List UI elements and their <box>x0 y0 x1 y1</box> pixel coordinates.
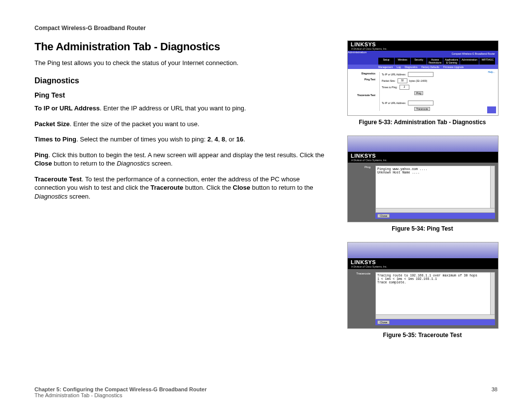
scrollbar-v[interactable] <box>490 166 495 212</box>
linksys-division2: A Division of Cisco Systems, Inc. <box>351 159 387 162</box>
model-label: WRT54GC <box>480 58 495 62</box>
text-ping3: screen. <box>150 160 172 167</box>
para-ip: To IP or URL Address. Enter the IP addre… <box>34 104 332 113</box>
caption-2: Figure 5-34: Ping Test <box>347 225 498 232</box>
linksys-logo: LINKSYS <box>351 41 387 47</box>
content-row: The Administration Tab - Diagnostics The… <box>34 40 498 348</box>
diagnostics-heading: Diagnostics <box>34 76 332 85</box>
side-labels: Diagnostics Ping Test Traceroute Test <box>349 72 375 103</box>
diag-italic2: Diagnostics <box>34 193 67 200</box>
footer-chapter: Chapter 5: Configuring the Compact Wirel… <box>34 386 206 392</box>
intro-text: The Ping test allows you to check the st… <box>34 59 332 67</box>
subtab-log[interactable]: Log <box>397 66 400 68</box>
doc-header: Compact Wireless-G Broadband Router <box>34 25 498 32</box>
grad-bar2 <box>348 242 498 258</box>
val-8: 8 <box>222 136 225 143</box>
val-4: 4 <box>214 136 218 143</box>
side-diag: Diagnostics <box>349 72 375 75</box>
tab-apps[interactable]: Applications & Gaming <box>443 58 460 65</box>
tab-setup[interactable]: Setup <box>378 58 394 65</box>
text-ping1: . Click this button to begin the test. A… <box>48 151 324 159</box>
trace-result: Tracing route to 192.168.1.1 over maximu… <box>375 272 495 319</box>
trace-line1: Tracing route to 192.168.1.1 over maximu… <box>377 274 493 277</box>
subtab-mgmt[interactable]: Management <box>378 66 393 68</box>
ip2-label: To IP or URL Address: <box>382 102 406 104</box>
ping-result: Pinging www.yahoo.com .... Unknown Host … <box>375 166 495 213</box>
diag-italic: Diagnostics <box>117 160 150 167</box>
para-packet: Packet Size. Enter the size of the packe… <box>34 120 332 129</box>
label-ip: To IP or URL Address <box>34 104 100 112</box>
grad-bar <box>348 136 498 152</box>
left-column: The Administration Tab - Diagnostics The… <box>34 40 332 348</box>
ping-line1: Pinging www.yahoo.com .... <box>377 168 493 171</box>
scrollbar-h2[interactable] <box>376 314 495 319</box>
text-ip: . Enter the IP address or URL that you w… <box>100 104 246 112</box>
main-tabs: Setup Wireless Security Access Restricti… <box>378 58 495 65</box>
ip-input[interactable] <box>408 72 433 77</box>
pkt-input[interactable]: 32 <box>398 78 407 83</box>
shot-body: Help... Diagnostics Ping Test Traceroute… <box>348 69 498 115</box>
pkt-hint: bytes (32~1400) <box>409 79 427 82</box>
label-times: Times to Ping <box>34 136 76 143</box>
subtab-firmware[interactable]: Firmware Upgrade <box>443 66 464 68</box>
scrollbar-h[interactable] <box>376 208 495 212</box>
cisco-icon <box>487 106 496 113</box>
label-packet: Packet Size <box>34 120 70 128</box>
subtab-diag[interactable]: Diagnostics <box>405 66 418 68</box>
trace-body: Traceroute Tracing route to 192.168.1.1 … <box>348 269 498 328</box>
para-trace: Traceroute Test. To test the performance… <box>34 175 332 201</box>
linksys-logo3: LINKSYS <box>351 259 387 265</box>
right-column: LINKSYS A Division of Cisco Systems, Inc… <box>347 40 498 348</box>
label-trace: Traceroute Test <box>34 175 82 183</box>
linksys-topbar3: LINKSYS A Division of Cisco Systems, Inc… <box>348 258 498 269</box>
linksys-topbar: LINKSYS A Division of Cisco Systems, Inc… <box>348 41 498 51</box>
text-trace3: button to return to the <box>250 184 313 191</box>
close-label: Close <box>34 160 52 167</box>
text-times: . Select the number of times you wish to… <box>76 136 207 143</box>
scrollbar-v2[interactable] <box>490 273 495 319</box>
para-ping: Ping. Click this button to begin the tes… <box>34 151 332 168</box>
close-button[interactable]: Close <box>377 214 390 218</box>
trace-label: Traceroute <box>151 184 183 191</box>
tab-admin[interactable]: Administration <box>460 58 479 65</box>
screenshot-diagnostics: LINKSYS A Division of Cisco Systems, Inc… <box>347 40 499 116</box>
label-ping: Ping <box>34 151 48 159</box>
form-area: To IP or URL Address: Packet Size:32byte… <box>379 72 495 111</box>
sub-tabs: Management Log Diagnostics Factory Defau… <box>348 65 498 69</box>
traceroute-button[interactable]: Traceroute <box>414 107 430 111</box>
times-label: Times to Ping: <box>382 86 398 89</box>
subtab-factory[interactable]: Factory Defaults <box>421 66 439 68</box>
tab-security[interactable]: Security <box>411 58 427 65</box>
screenshot-trace: LINKSYS A Division of Cisco Systems, Inc… <box>347 242 499 329</box>
close-button2[interactable]: Close <box>377 320 390 324</box>
tab-wireless[interactable]: Wireless <box>395 58 410 65</box>
ping-line2: Unknown Host Name .... <box>377 171 493 174</box>
close-bar: Close <box>375 213 495 219</box>
section-title: The Administration Tab - Diagnostics <box>34 40 332 53</box>
ping-button[interactable]: Ping <box>414 91 423 95</box>
help-link[interactable]: Help... <box>488 70 495 73</box>
tab-access[interactable]: Access Restrictions <box>427 58 443 65</box>
val-16: 16 <box>236 136 243 143</box>
screenshot-ping: LINKSYS A Division of Cisco Systems, Inc… <box>347 136 499 222</box>
close-bar2: Close <box>375 319 495 325</box>
linksys-division3: A Division of Cisco Systems, Inc. <box>351 265 387 268</box>
val-2: 2 <box>207 136 211 143</box>
blue-bar: Compact Wireless-G Broadband Router Admi… <box>348 51 498 65</box>
ip2-input[interactable] <box>408 101 433 105</box>
text-packet: . Enter the size of the packet you want … <box>70 120 200 128</box>
text-trace4: screen. <box>67 193 90 200</box>
linksys-logo2: LINKSYS <box>351 153 387 159</box>
caption-1: Figure 5-33: Administration Tab - Diagno… <box>347 119 498 126</box>
side-trace: Traceroute Test <box>349 94 375 97</box>
para-times: Times to Ping. Select the number of time… <box>34 135 332 144</box>
page-footer: 38 Chapter 5: Configuring the Compact Wi… <box>34 386 498 398</box>
linksys-topbar2: LINKSYS A Division of Cisco Systems, Inc… <box>348 152 498 163</box>
times-select[interactable]: 2 <box>399 85 409 90</box>
footer-sub: The Administration Tab - Diagnostics <box>34 392 498 398</box>
text-trace2: button. Click the <box>183 184 233 191</box>
pkt-label: Packet Size: <box>382 79 396 82</box>
trace-line2: 1 < 1ms < 1ms < 1ms 192.168.1.1 <box>377 277 493 281</box>
side-ping: Ping Test <box>349 78 375 81</box>
ip-label: To IP or URL Address: <box>382 73 406 76</box>
